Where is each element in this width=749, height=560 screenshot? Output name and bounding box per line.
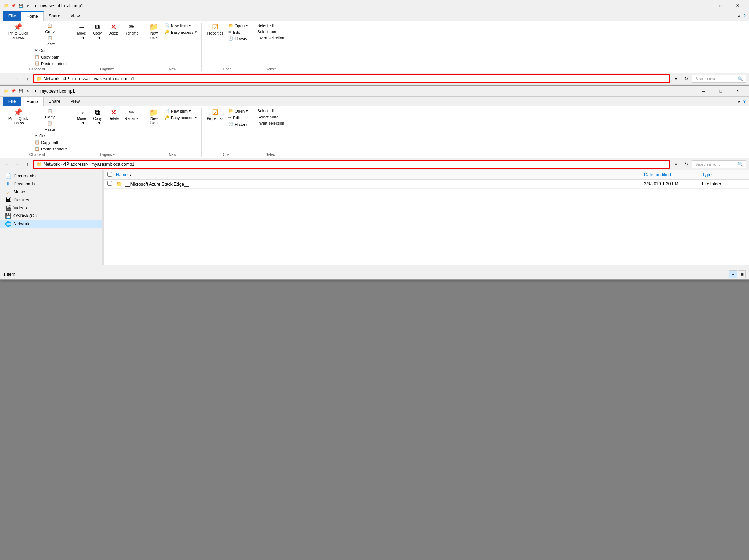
up-button-top[interactable]: ↑: [23, 74, 32, 83]
move-to-icon-top: →: [78, 23, 85, 31]
edit-label-top: Edit: [233, 30, 240, 35]
select-all-checkbox-bottom[interactable]: [107, 172, 112, 177]
easy-access-button-top[interactable]: 🔑 Easy access ▾: [163, 29, 198, 35]
sidebar-item-music[interactable]: ♪ Music: [0, 188, 102, 196]
ribbon-group-new-bottom: 📁 Newfolder 📄 New item ▾ 🔑 Easy access ▾…: [144, 108, 202, 157]
delete-button-bottom[interactable]: ✕ Delete: [106, 108, 121, 122]
properties-button-bottom[interactable]: ☑ Properties: [205, 108, 226, 122]
organize-label-bottom: Organize: [100, 153, 115, 157]
save-icon-bottom: 💾: [18, 88, 24, 94]
pin-label-top: Pin to Quick access: [8, 31, 28, 40]
copy-to-button-bottom[interactable]: ⧉ Copyto ▾: [90, 108, 105, 126]
new-folder-button-bottom[interactable]: 📁 Newfolder: [147, 108, 161, 126]
easy-access-button-bottom[interactable]: 🔑 Easy access ▾: [163, 114, 198, 121]
check-col-bottom[interactable]: [107, 172, 116, 178]
cut-button-bottom[interactable]: ✂ Cut: [33, 133, 68, 139]
select-none-button-top[interactable]: Select none: [256, 29, 286, 35]
clipboard-label-top: Clipboard: [29, 67, 45, 71]
history-button-top[interactable]: 🕐 History: [227, 36, 250, 42]
copy-button-bottom[interactable]: 📋 Copy: [32, 108, 68, 120]
pin-to-quick-access-button-top[interactable]: 📌 Pin to Quick access: [6, 23, 30, 41]
select-all-label-bottom: Select all: [257, 109, 274, 113]
copy-path-button-bottom[interactable]: 📋 Copy path: [33, 139, 68, 145]
tab-file-top[interactable]: File: [3, 11, 21, 21]
move-to-button-bottom[interactable]: → Moveto ▾: [74, 108, 89, 126]
copy-to-icon-top: ⧉: [95, 23, 100, 31]
new-item-button-top[interactable]: 📄 New item ▾: [163, 23, 198, 29]
breadcrumb-network-bottom[interactable]: Network: [44, 162, 60, 167]
properties-button-top[interactable]: ☑ Properties: [205, 23, 226, 36]
forward-button-top[interactable]: →: [13, 74, 21, 83]
invert-selection-button-bottom[interactable]: Invert selection: [256, 120, 286, 126]
new-folder-button-top[interactable]: 📁 Newfolder: [147, 23, 161, 41]
cut-button-top[interactable]: ✂ Cut: [33, 47, 68, 53]
open-button-top[interactable]: 📂 Open ▾: [227, 23, 250, 29]
paste-button-bottom[interactable]: 📋 Paste: [32, 120, 68, 132]
invert-selection-button-top[interactable]: Invert selection: [256, 35, 286, 41]
extra-clipboard-bottom: ✂ Cut 📋 Copy path 📋 Paste shortcut: [33, 133, 68, 152]
forward-button-bottom[interactable]: →: [13, 160, 21, 169]
breadcrumb-ip-bottom[interactable]: <IP address>: [63, 162, 88, 167]
sidebar-item-downloads[interactable]: ⬇ Downloads: [0, 180, 102, 188]
move-to-button-top[interactable]: → Moveto ▾: [74, 23, 89, 41]
tab-home-top[interactable]: Home: [21, 11, 44, 21]
tab-file-bottom[interactable]: File: [3, 97, 21, 106]
dropdown-icon[interactable]: ▾: [32, 3, 38, 9]
row-check[interactable]: [107, 181, 116, 187]
rename-button-top[interactable]: ✏ Rename: [122, 23, 141, 36]
tab-view-top[interactable]: View: [65, 11, 85, 21]
sidebar-item-network[interactable]: 🌐 Network: [0, 220, 102, 228]
select-none-button-bottom[interactable]: Select none: [256, 114, 286, 120]
breadcrumb-share-bottom[interactable]: myasesmblocalcomp1: [91, 162, 134, 167]
ribbon-group-select-top: Select all Select none Invert selection …: [253, 23, 289, 71]
table-row[interactable]: 📁 __Microsoft Azure Stack Edge__ 3/8/201…: [104, 180, 374, 189]
title-bar-top: 📁 📌 💾 ↩ ▾ myasesmblocalcomp1 ─ □ ✕: [0, 0, 374, 11]
edit-button-top[interactable]: ✏ Edit: [227, 29, 250, 35]
ribbon-tabs-bottom: File Home Share View ∧ ?: [0, 97, 374, 106]
ribbon-group-items-open-top: ☑ Properties 📂 Open ▾ ✏ Edit 🕐 History: [205, 23, 250, 67]
copy-button-top[interactable]: 📋 Copy: [32, 23, 68, 35]
tab-view-bottom[interactable]: View: [65, 97, 85, 106]
up-button-bottom[interactable]: ↑: [23, 160, 32, 169]
sidebar-item-videos[interactable]: 🎬 Videos: [0, 204, 102, 212]
tab-home-bottom[interactable]: Home: [21, 97, 44, 106]
select-all-button-bottom[interactable]: Select all: [256, 108, 286, 114]
invert-selection-label-top: Invert selection: [257, 36, 284, 40]
tab-share-bottom[interactable]: Share: [44, 97, 65, 106]
new-label-bottom: New: [169, 153, 176, 157]
sidebar-icon-music: ♪: [5, 189, 11, 195]
copy-path-button-top[interactable]: 📋 Copy path: [33, 54, 68, 60]
sidebar-item-pictures[interactable]: 🖼 Pictures: [0, 196, 102, 204]
back-button-bottom[interactable]: ←: [3, 160, 11, 169]
organize-label-top: Organize: [100, 67, 115, 71]
title-bar-bottom: 📁 📌 💾 ↩ ▾ mydbesmbcomp1 ─ □ ✕: [0, 86, 374, 97]
easy-access-label-top: Easy access: [171, 30, 193, 35]
breadcrumb-ip-top[interactable]: <IP address>: [63, 76, 88, 81]
sidebar-item-documents[interactable]: 📄 Documents: [0, 172, 102, 180]
breadcrumb-network-top[interactable]: Network: [44, 76, 60, 81]
row-checkbox[interactable]: [107, 181, 112, 186]
sidebar-item-osdisk[interactable]: 💾 OSDisk (C:): [0, 212, 102, 220]
pin-to-quick-access-button-bottom[interactable]: 📌 Pin to Quick access: [6, 108, 30, 126]
new-item-button-bottom[interactable]: 📄 New item ▾: [163, 108, 198, 114]
paste-button-top[interactable]: 📋 Paste: [32, 35, 68, 47]
dropdown-icon-bottom[interactable]: ▾: [32, 88, 38, 94]
history-button-bottom[interactable]: 🕐 History: [227, 121, 250, 127]
edit-button-bottom[interactable]: ✏ Edit: [227, 114, 250, 121]
delete-button-top[interactable]: ✕ Delete: [106, 23, 121, 36]
address-path-bottom[interactable]: 📁 Network › <IP address> › myasesmblocal…: [33, 160, 374, 169]
copy-path-label-bottom: Copy path: [41, 140, 59, 145]
paste-shortcut-button-top[interactable]: 📋 Paste shortcut: [33, 60, 68, 67]
copy-to-button-top[interactable]: ⧉ Copyto ▾: [90, 23, 105, 41]
breadcrumb-share-top[interactable]: myasesmblocalcomp1: [91, 76, 134, 81]
back-button-top[interactable]: ←: [3, 74, 11, 83]
select-all-button-top[interactable]: Select all: [256, 23, 286, 28]
open-col-top: 📂 Open ▾ ✏ Edit 🕐 History: [227, 23, 250, 42]
rename-button-bottom[interactable]: ✏ Rename: [122, 108, 141, 122]
h-scroll-bottom[interactable]: [0, 265, 374, 269]
ribbon-col-clipboard-bottom: 📋 Copy 📋 Paste ✂ Cut 📋 Copy path 📋 Paste…: [32, 108, 68, 152]
address-path-top[interactable]: 📁 Network › <IP address> › myasesmblocal…: [33, 74, 374, 83]
open-button-bottom[interactable]: 📂 Open ▾: [227, 108, 250, 114]
tab-share-top[interactable]: Share: [44, 11, 65, 21]
paste-shortcut-button-bottom[interactable]: 📋 Paste shortcut: [33, 146, 68, 152]
